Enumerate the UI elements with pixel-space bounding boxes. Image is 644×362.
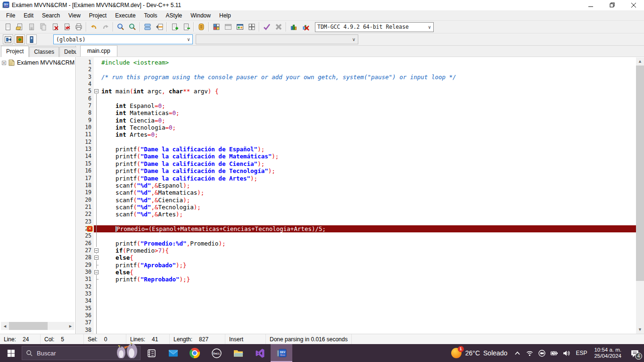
taskbar-task-view-button[interactable] — [140, 344, 162, 362]
clock-widget[interactable]: 10:54 a. m. 25/04/2024 — [590, 347, 625, 359]
menu-astyle[interactable]: AStyle — [162, 11, 187, 20]
code-line[interactable]: 10 int Tecnologia=0; — [76, 124, 636, 131]
code-line[interactable]: 15 printf("Dame la calificación de Cienc… — [76, 160, 636, 167]
taskbar-dev-cpp-button[interactable]: DEVC++ — [271, 344, 292, 362]
code-line[interactable]: 36 — [76, 312, 636, 319]
taskbar-chrome-button[interactable] — [184, 344, 206, 362]
code-line[interactable]: 16 printf("Dame la calificación de Tecno… — [76, 167, 636, 174]
abort-icon[interactable] — [272, 22, 284, 33]
code-line[interactable]: 29 printf("Aprobado");} — [76, 262, 636, 269]
menu-tools[interactable]: Tools — [140, 11, 162, 20]
code-line[interactable]: 13 printf("Dame la calificación de Españ… — [76, 146, 636, 153]
replace-icon[interactable] — [126, 22, 138, 33]
code-line[interactable]: 5−int main(int argc, char** argv) { — [76, 88, 636, 95]
remove-from-project-icon[interactable] — [180, 22, 192, 33]
code-line[interactable]: 28− else{ — [76, 254, 636, 261]
code-line[interactable]: 21 scanf("%d",&Tecnologia); — [76, 204, 636, 211]
minimize-button[interactable] — [580, 0, 602, 10]
project-properties-icon[interactable] — [195, 22, 207, 33]
profile-icon[interactable] — [288, 22, 299, 33]
compile-run-icon[interactable] — [234, 22, 246, 33]
battery-icon[interactable] — [548, 344, 560, 362]
wifi-icon[interactable] — [523, 344, 536, 362]
tab-classes[interactable]: Classes — [29, 47, 59, 57]
code-line[interactable]: 2 — [76, 66, 636, 73]
redo-icon[interactable] — [99, 22, 111, 33]
search-input[interactable]: Buscar — [22, 346, 140, 360]
code-line[interactable]: 18 scanf("%d",&Espanol); — [76, 182, 636, 189]
save-all-icon[interactable] — [37, 22, 49, 33]
code-line[interactable]: 32 — [76, 283, 636, 290]
code-line[interactable]: 12 — [76, 139, 636, 146]
menu-view[interactable]: View — [64, 11, 85, 20]
view-project-icon[interactable] — [141, 22, 153, 33]
code-line[interactable]: 9 int Ciencia=0; — [76, 117, 636, 124]
add-to-project-icon[interactable] — [168, 22, 180, 33]
taskbar-mail-button[interactable] — [162, 344, 184, 362]
scroll-right-icon[interactable]: ► — [66, 324, 74, 329]
hscroll-thumb[interactable] — [9, 322, 48, 330]
menu-window[interactable]: Window — [186, 11, 215, 20]
code-line[interactable]: 35 — [76, 305, 636, 312]
chevron-up-icon[interactable] — [511, 344, 523, 362]
undo-icon[interactable] — [88, 22, 99, 33]
compile-icon[interactable] — [210, 22, 222, 33]
code-line[interactable]: 30− else{ — [76, 269, 636, 276]
menu-search[interactable]: Search — [38, 11, 64, 20]
code-line[interactable]: 8 int Matematicas=0; — [76, 109, 636, 116]
volume-icon[interactable] — [560, 344, 572, 362]
code-line[interactable]: 31 printf("Reprobado");} — [76, 276, 636, 283]
code-line[interactable]: 19 scanf("%d",&Matematicas); — [76, 189, 636, 196]
editor-vscrollbar[interactable]: ▲ ▼ — [636, 58, 644, 334]
scroll-up-icon[interactable]: ▲ — [636, 58, 644, 66]
code-line[interactable]: 14 printf("Dame la calificación de Matem… — [76, 153, 636, 160]
fold-toggle-icon[interactable]: − — [94, 254, 100, 261]
view-units-icon[interactable] — [153, 22, 165, 33]
language-indicator[interactable]: ESP — [572, 350, 590, 356]
globals-select[interactable]: (globals) ∨ — [53, 34, 193, 44]
menu-project[interactable]: Project — [85, 11, 111, 20]
rebuild-all-icon[interactable] — [246, 22, 257, 33]
code-line[interactable]: 38 — [76, 327, 636, 334]
menu-execute[interactable]: Execute — [111, 11, 140, 20]
goto-bookmark-icon[interactable] — [26, 34, 37, 44]
weather-widget[interactable]: 1 26°C Soleado — [447, 344, 512, 362]
code-line[interactable]: 20 scanf("%d",&Ciencia); — [76, 197, 636, 204]
code-line[interactable]: 33 — [76, 290, 636, 297]
code-line[interactable]: 26 printf("Promedio:%d",Promedio); — [76, 240, 636, 247]
code-line[interactable]: 6 — [76, 95, 636, 102]
menu-edit[interactable]: Edit — [19, 11, 38, 20]
menu-file[interactable]: File — [2, 11, 19, 20]
tab-main-cpp[interactable]: main.cpp — [80, 45, 117, 57]
meet-now-icon[interactable] — [536, 344, 548, 362]
print-icon[interactable] — [73, 22, 84, 33]
code-line[interactable]: 7 int Espanol=0; — [76, 102, 636, 109]
code-line[interactable]: 17 printf("Dame la calificación de Artes… — [76, 175, 636, 182]
notification-center-button[interactable]: 4 — [625, 344, 644, 362]
scroll-left-icon[interactable]: ◄ — [1, 324, 9, 329]
taskbar-dell-button[interactable]: DɘLL — [206, 344, 227, 362]
scroll-down-icon[interactable]: ▼ — [636, 326, 644, 334]
code-line[interactable]: 34 — [76, 297, 636, 304]
tab-project[interactable]: Project — [1, 46, 29, 57]
taskbar-visual-studio-button[interactable] — [249, 344, 271, 362]
close-all-icon[interactable] — [61, 22, 73, 33]
tree-expander-icon[interactable]: + — [2, 61, 6, 65]
search-highlight-penguins-image[interactable] — [115, 341, 139, 360]
run-icon[interactable] — [222, 22, 234, 33]
profile-delete-icon[interactable] — [299, 22, 311, 33]
code-line[interactable]: 3/* run this program using the console p… — [76, 74, 636, 81]
members-select[interactable]: ∨ — [196, 34, 358, 44]
project-panel-hscrollbar[interactable]: ◄ ► — [1, 322, 74, 330]
code-line[interactable]: 11 int Artes=0; — [76, 131, 636, 138]
code-line[interactable]: 25 — [76, 232, 636, 239]
save-icon[interactable] — [25, 22, 37, 33]
goto-definition-icon[interactable] — [15, 34, 25, 44]
start-button[interactable] — [0, 344, 22, 362]
code-line[interactable]: 37 — [76, 319, 636, 326]
menu-help[interactable]: Help — [215, 11, 235, 20]
code-line-error[interactable]: 24✕ Promedio=(Espanol+Matematicas+Cienci… — [76, 225, 636, 232]
close-file-icon[interactable] — [49, 22, 61, 33]
open-file-icon[interactable] — [14, 22, 25, 33]
syntax-check-icon[interactable] — [261, 22, 272, 33]
